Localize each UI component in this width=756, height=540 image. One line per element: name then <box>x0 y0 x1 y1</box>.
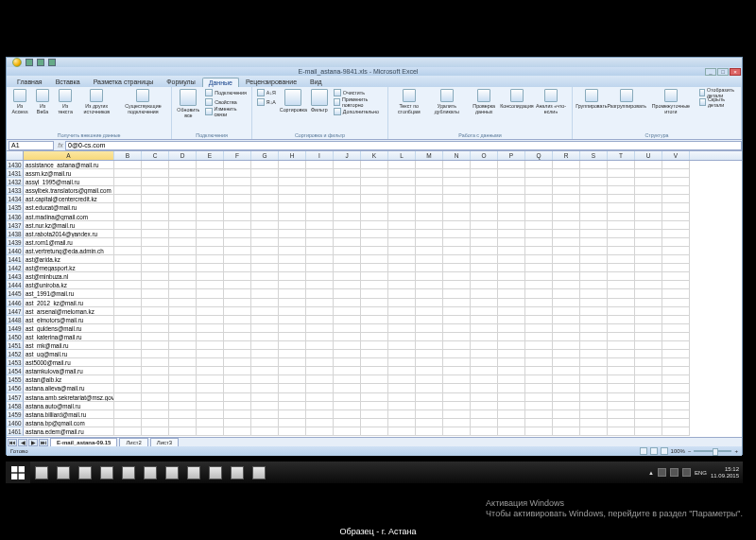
cell[interactable]: ast_katerina@mail.ru <box>24 333 114 341</box>
cell[interactable] <box>525 230 553 238</box>
cell[interactable]: ast_ug@mail.ru <box>24 350 114 358</box>
formula-bar[interactable]: 0@0-cs.com <box>65 141 742 150</box>
cell[interactable] <box>197 299 224 307</box>
cell[interactable] <box>553 264 580 272</box>
cell[interactable] <box>197 186 224 195</box>
cell[interactable] <box>169 299 197 307</box>
cell[interactable] <box>635 402 662 410</box>
ribbon-tab-0[interactable]: Главная <box>10 77 49 87</box>
cell[interactable] <box>580 350 608 358</box>
cell[interactable] <box>635 289 662 298</box>
cell[interactable]: ast.rabota2014@yandex.ru <box>24 230 114 238</box>
ext-data-0[interactable]: Из Access <box>9 88 30 115</box>
cell[interactable] <box>334 367 361 375</box>
cell[interactable] <box>662 375 690 384</box>
cell[interactable] <box>251 221 279 230</box>
cell[interactable] <box>306 375 334 384</box>
cell[interactable] <box>197 281 224 289</box>
cell[interactable] <box>388 195 416 203</box>
cell[interactable] <box>471 324 498 333</box>
sort-az-0[interactable]: А↓Я <box>255 88 278 97</box>
cell[interactable] <box>142 393 169 402</box>
cell[interactable] <box>608 230 635 238</box>
cell[interactable] <box>553 289 580 298</box>
cell[interactable] <box>334 316 361 324</box>
cell[interactable] <box>334 289 361 298</box>
cell[interactable] <box>142 350 169 358</box>
cell[interactable] <box>553 161 580 169</box>
cell[interactable] <box>553 341 580 350</box>
cell[interactable] <box>306 221 334 230</box>
cell[interactable] <box>525 299 553 307</box>
cell[interactable] <box>279 419 306 427</box>
cell[interactable] <box>443 213 471 221</box>
cell[interactable] <box>525 221 553 230</box>
cell[interactable] <box>635 255 662 264</box>
cell[interactable] <box>279 316 306 324</box>
cell[interactable] <box>114 367 142 375</box>
cell[interactable] <box>279 186 306 195</box>
cell[interactable] <box>608 367 635 375</box>
cell[interactable] <box>142 358 169 367</box>
cell[interactable] <box>525 419 553 427</box>
cell[interactable] <box>662 195 690 203</box>
cell[interactable] <box>608 316 635 324</box>
cell[interactable] <box>334 299 361 307</box>
sheet-nav-last[interactable]: ⏭ <box>39 439 48 446</box>
cell[interactable] <box>306 255 334 264</box>
cell[interactable] <box>498 221 525 230</box>
cell[interactable] <box>608 402 635 410</box>
cell[interactable] <box>388 186 416 195</box>
cell[interactable] <box>580 333 608 341</box>
cell[interactable] <box>580 393 608 402</box>
cell[interactable] <box>443 358 471 367</box>
cell[interactable] <box>662 367 690 375</box>
refresh-all-button[interactable]: Обновить все <box>175 88 201 119</box>
cell[interactable] <box>608 203 635 212</box>
cell[interactable] <box>169 316 197 324</box>
row-header[interactable]: 1449 <box>7 324 24 333</box>
cell[interactable] <box>635 178 662 186</box>
cell[interactable] <box>142 316 169 324</box>
cell[interactable] <box>114 324 142 333</box>
cell[interactable] <box>553 195 580 203</box>
cell[interactable] <box>224 213 251 221</box>
cell[interactable] <box>251 402 279 410</box>
col-header-H[interactable]: H <box>279 151 306 160</box>
cell[interactable] <box>197 169 224 178</box>
cell[interactable] <box>169 324 197 333</box>
cell[interactable] <box>114 178 142 186</box>
cell[interactable] <box>498 316 525 324</box>
cell[interactable] <box>334 341 361 350</box>
cell[interactable] <box>169 195 197 203</box>
cell[interactable] <box>306 324 334 333</box>
cell[interactable] <box>142 341 169 350</box>
cell[interactable] <box>525 350 553 358</box>
cell[interactable] <box>416 324 443 333</box>
cell[interactable] <box>197 367 224 375</box>
cell[interactable] <box>416 402 443 410</box>
cell[interactable] <box>580 238 608 247</box>
cell[interactable] <box>471 178 498 186</box>
cell[interactable] <box>498 161 525 169</box>
cell[interactable] <box>224 427 251 436</box>
cell[interactable] <box>416 169 443 178</box>
cell[interactable] <box>498 272 525 281</box>
row-header[interactable]: 1439 <box>7 238 24 247</box>
cell[interactable] <box>416 161 443 169</box>
cell[interactable] <box>169 384 197 392</box>
cell[interactable] <box>169 281 197 289</box>
cell[interactable] <box>525 169 553 178</box>
cell[interactable] <box>471 367 498 375</box>
cell[interactable] <box>388 419 416 427</box>
cell[interactable] <box>662 341 690 350</box>
row-header[interactable]: 1454 <box>7 367 24 375</box>
cell[interactable] <box>525 402 553 410</box>
cell[interactable] <box>114 264 142 272</box>
cell[interactable] <box>142 247 169 255</box>
cell[interactable] <box>580 203 608 212</box>
cell[interactable] <box>334 230 361 238</box>
cell[interactable] <box>498 367 525 375</box>
cell[interactable] <box>114 393 142 402</box>
cell[interactable] <box>580 307 608 316</box>
